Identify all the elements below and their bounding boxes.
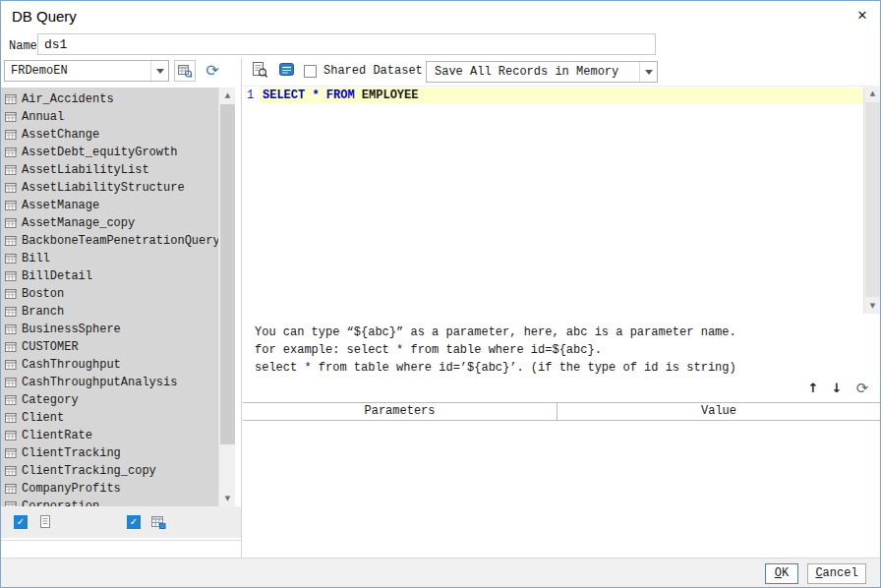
table-name: AssetChange	[22, 128, 99, 142]
refresh-icon: ⟳	[206, 61, 218, 80]
table-list-item[interactable]: AssetLiabilityList	[1, 161, 235, 179]
sql-keyword: SELECT * FROM	[263, 88, 355, 102]
table-list-item[interactable]: ClientTracking_copy	[1, 462, 235, 480]
table-list-item[interactable]: Boston	[1, 285, 235, 303]
preview-button[interactable]	[249, 61, 270, 83]
shared-dataset-checkbox[interactable]	[304, 65, 317, 78]
table-list-item[interactable]: BillDetail	[1, 267, 235, 285]
table-icon	[5, 430, 17, 441]
line-number: 1	[247, 88, 254, 102]
table-list-scrollbar[interactable]: ▲ ▼	[218, 88, 235, 506]
sql-editor[interactable]: 1 SELECT * FROM EMPLOYEE	[243, 86, 865, 314]
table-list-item[interactable]: Category	[1, 391, 235, 409]
table-list-item[interactable]: AssetManage	[1, 197, 235, 214]
table-list-item[interactable]: CUSTOMER	[1, 338, 235, 356]
table-name: CompanyProfits	[22, 482, 121, 496]
table-list-item[interactable]: ClientRate	[1, 427, 235, 444]
query-toolbar: Shared Dataset Save All Records in Memor…	[243, 58, 880, 86]
table-name: BackboneTeamPenetrationQuery	[22, 234, 220, 248]
table-list-item[interactable]: Annual	[1, 108, 235, 126]
show-views-checkbox[interactable]: ✓	[127, 515, 141, 529]
table-icon	[5, 111, 17, 123]
table-list-item[interactable]: AssetDebt_equityGrowth	[1, 144, 235, 161]
table-list-item[interactable]: BackboneTeamPenetrationQuery	[1, 232, 235, 250]
refresh-parameters-button[interactable]: ⟳	[852, 379, 872, 398]
scroll-up-icon[interactable]: ▲	[864, 86, 881, 101]
table-list-item[interactable]: AssetManage_copy	[1, 214, 235, 232]
scroll-down-icon[interactable]: ▼	[864, 298, 881, 314]
table-icon	[5, 164, 17, 176]
table-name: AssetDebt_equityGrowth	[22, 146, 177, 159]
scrollbar-thumb[interactable]	[220, 104, 235, 444]
editor-mode-icon	[278, 61, 296, 79]
table-list-item[interactable]: AssetLiabilityStructure	[1, 179, 235, 197]
footer-bar: OK Cancel	[1, 558, 880, 587]
dataset-name-input[interactable]	[37, 33, 656, 55]
table-icon	[5, 341, 17, 353]
table-icon	[5, 288, 17, 300]
move-up-button[interactable]: ↑	[803, 379, 823, 398]
table-list-item[interactable]: Air_Accidents	[1, 90, 235, 108]
table-list-item[interactable]: Bill	[1, 250, 235, 267]
table-icon	[5, 93, 17, 105]
table-list-item[interactable]: AssetChange	[1, 126, 235, 144]
table-icon	[5, 217, 17, 229]
table-name: Corporation	[22, 500, 99, 506]
table-icon	[5, 394, 17, 406]
table-icon	[5, 147, 17, 158]
table-name: CUSTOMER	[22, 340, 79, 354]
chevron-down-icon[interactable]	[639, 62, 657, 82]
table-icon	[5, 306, 17, 318]
show-tables-checkbox[interactable]: ✓	[14, 515, 28, 529]
table-name: Annual	[22, 110, 64, 124]
parameters-table-header: Parameters Value	[243, 402, 880, 421]
scroll-down-icon[interactable]: ▼	[219, 491, 236, 506]
table-name: CashThroughput	[22, 358, 121, 372]
chevron-down-icon[interactable]	[150, 61, 168, 81]
table-list-item[interactable]: Client	[1, 409, 235, 427]
scroll-up-icon[interactable]: ▲	[219, 88, 236, 103]
table-list-item[interactable]: CompanyProfits	[1, 480, 235, 498]
table-name: BillDetail	[22, 269, 92, 283]
table-icon	[5, 465, 17, 477]
table-list-item[interactable]: CashThroughputAnalysis	[1, 374, 235, 391]
table-name: ClientTracking_copy	[22, 464, 156, 478]
table-name: ClientTracking	[22, 446, 121, 460]
ok-button[interactable]: OK	[765, 563, 798, 584]
move-down-button[interactable]: ↓	[827, 379, 847, 398]
table-icon	[5, 323, 17, 335]
close-icon: ✕	[857, 8, 868, 23]
parameters-toolbar: ↑ ↓ ⟳	[243, 377, 880, 400]
editor-mode-button[interactable]	[276, 61, 298, 83]
table-icon	[5, 483, 17, 495]
value-column-header: Value	[558, 403, 880, 420]
cancel-button[interactable]: Cancel	[807, 563, 866, 584]
connection-select[interactable]: FRDemoEN	[4, 60, 169, 82]
table-list-item[interactable]: ClientTracking	[1, 444, 235, 462]
close-button[interactable]: ✕	[845, 1, 880, 30]
table-list-item[interactable]: Branch	[1, 303, 235, 321]
table-icon	[5, 129, 17, 141]
table-name: BusinessSphere	[22, 323, 121, 336]
refresh-connection-button[interactable]: ⟳	[202, 60, 223, 82]
dialog-title: DB Query	[12, 8, 77, 25]
sql-code-line: SELECT * FROM EMPLOYEE	[260, 88, 865, 103]
table-type-icon	[38, 514, 52, 534]
table-list: Air_AccidentsAnnualAssetChangeAssetDebt_…	[1, 88, 235, 506]
parameter-help-text: You can type “${abc}” as a parameter, he…	[243, 314, 880, 379]
view-type-icon	[150, 514, 166, 534]
cancel-label: C	[815, 566, 822, 580]
table-name: AssetManage	[22, 199, 99, 212]
table-list-item[interactable]: BusinessSphere	[1, 321, 235, 338]
scrollbar-thumb[interactable]	[865, 102, 880, 297]
table-icon	[5, 270, 17, 282]
table-icon	[5, 182, 17, 194]
editor-scrollbar[interactable]: ▲ ▼	[863, 86, 880, 314]
table-structure-button[interactable]	[174, 60, 196, 82]
table-name: Bill	[22, 252, 50, 265]
parameters-column-header: Parameters	[243, 403, 558, 420]
save-mode-select[interactable]: Save All Records in Memory	[426, 61, 658, 83]
table-list-item[interactable]: CashThroughput	[1, 356, 235, 374]
table-name: Air_Accidents	[22, 92, 114, 106]
table-list-item[interactable]: Corporation	[1, 498, 235, 506]
